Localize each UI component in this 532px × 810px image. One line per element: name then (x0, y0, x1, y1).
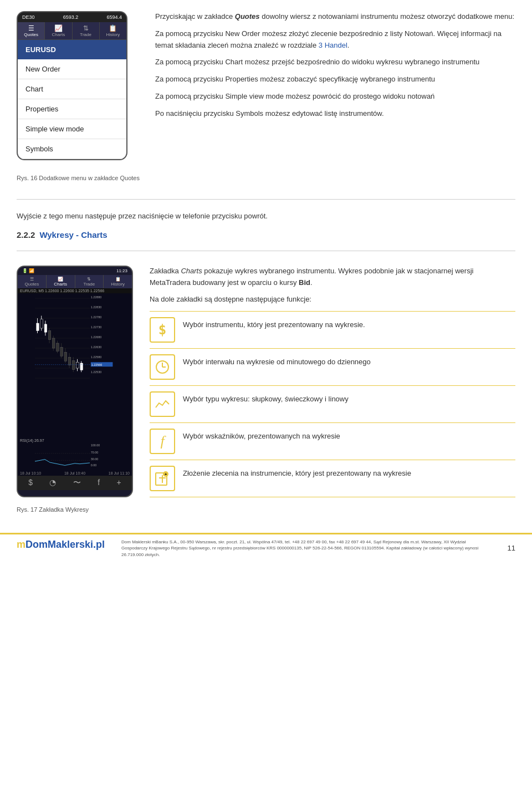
phone-mockup-quotes: DE30 6593.2 6594.4 ☰ Quotes 📈 Charts (17, 11, 127, 160)
chart-nav-history-label: History (111, 282, 125, 287)
charts-tab-icon: 📈 (46, 24, 70, 32)
history-tab-label: History (106, 32, 120, 37)
chart-nav-charts-label: Charts (54, 282, 67, 287)
svg-rect-26 (48, 330, 51, 339)
history-tab-icon: 📋 (101, 24, 125, 32)
time-label-1: 18 Jul 10:10 (20, 471, 41, 475)
phone-tab-quotes[interactable]: ☰ Quotes (18, 22, 45, 39)
chart-nav-history-icon: 📋 (115, 277, 121, 282)
chart-nav-trade[interactable]: ⇅ Trade (75, 275, 104, 288)
chart-nav-trade-label: Trade (84, 282, 95, 287)
feature-text-instrument: Wybór instrumentu, który jest prezentowa… (183, 317, 365, 330)
chart-icon-order[interactable]: + (117, 478, 121, 488)
svg-text:1.22680: 1.22680 (91, 335, 101, 339)
intro-text-1: Przyciskając w zakładce (155, 12, 235, 21)
svg-text:+: + (165, 472, 167, 477)
page-content: DE30 6593.2 6594.4 ☰ Quotes 📈 Charts (0, 0, 532, 562)
footer-logo-m: m (17, 539, 25, 550)
svg-rect-32 (60, 347, 63, 356)
simple-view-desc-paragraph: Za pomocą przycisku Simple view mode moż… (155, 91, 515, 103)
figure-caption-1: Rys. 16 Dodatkowe menu w zakładce Quotes (17, 175, 532, 181)
chart-desc-1: Zakładka (150, 267, 181, 275)
menu-item-simple-view[interactable]: Simple view mode (18, 119, 126, 139)
svg-rect-22 (40, 319, 43, 328)
time-label-3: 18 Jul 11:10 (109, 471, 130, 475)
page-footer: mDomMaklerski.pl Dom Maklerski mBanku S.… (0, 533, 532, 562)
candlestick-svg: 1.22880 1.22830 1.22780 1.22730 1.22680 … (18, 293, 132, 393)
phone-tab-charts[interactable]: 📈 Charts (45, 22, 72, 39)
symbols-desc: Po naciśnięciu przycisku Symbols możesz … (155, 109, 384, 118)
section-number: 2.2.2 (17, 230, 35, 240)
footer-page-number: 11 (508, 544, 515, 552)
phone-tab-history[interactable]: 📋 History (100, 22, 126, 39)
chart-nav-quotes[interactable]: ☰ Quotes (18, 275, 47, 288)
time-label-2: 18 Jul 10:40 (64, 471, 85, 475)
currency-icon: $ (150, 317, 175, 343)
svg-text:1.22530: 1.22530 (91, 370, 101, 374)
phone-tab-trade[interactable]: ⇅ Trade (73, 22, 100, 39)
trade-tab-label: Trade (80, 32, 91, 37)
menu-item-chart[interactable]: Chart (18, 79, 126, 99)
chart-phone-nav: ☰ Quotes 📈 Charts ⇅ Trade 📋 History (18, 275, 132, 288)
right-column: Przyciskając w zakładce Quotes dowolny w… (155, 11, 515, 166)
chart-nav-charts[interactable]: 📈 Charts (47, 275, 75, 288)
chart-icon-instrument[interactable]: $ (28, 478, 33, 488)
quotes-tab-icon: ☰ (19, 24, 43, 32)
menu-item-properties[interactable]: Properties (18, 99, 126, 119)
chart-icon-indicators[interactable]: f (98, 478, 100, 488)
chart-bottom-icons: $ ◔ 〜 f + (18, 476, 132, 490)
function-icon: f (150, 429, 175, 454)
de30-label: DE30 (22, 14, 35, 20)
footer-logo: mDomMaklerski.pl (17, 539, 105, 551)
chart-icon-type[interactable]: 〜 (73, 478, 81, 488)
chart-status-bar: 🔋 📶 11:23 (18, 267, 132, 275)
menu-item-new-order[interactable]: New Order (18, 59, 126, 79)
svg-rect-36 (68, 357, 71, 365)
svg-text:0.00: 0.00 (91, 463, 96, 467)
figure-caption-2: Rys. 17 Zakładka Wykresy (17, 506, 532, 513)
feature-text-interval: Wybór interwału na wykresie od minutoweg… (183, 354, 371, 368)
exit-text: Wyjście z tego menu następuje przez naci… (17, 212, 268, 220)
feature-text-charttype: Wybór typu wykresu: słupkowy, świeczkowy… (183, 391, 349, 405)
features-intro: Na dole zakładki są dostępne następujące… (150, 295, 311, 303)
chart-nav-quotes-label: Quotes (24, 282, 39, 287)
chart-nav-history[interactable]: 📋 History (104, 275, 132, 288)
feature-item-order: + Złożenie zlecenia na instrumencie, któ… (150, 460, 515, 497)
chart-icon-interval[interactable]: ◔ (49, 478, 56, 488)
trade-tab-icon: ⇅ (74, 24, 98, 32)
chart-rsi-area: RSI(14) 26.97 100.00 70.00 30.00 0.00 (18, 437, 132, 471)
handel-link[interactable]: 3 Handel (319, 41, 347, 49)
exit-text-block: Wyjście z tego menu następuje przez naci… (0, 208, 532, 228)
feature-item-indicators: f Wybór wskaźników, prezentowanych na wy… (150, 422, 515, 460)
intro-paragraph: Przyciskając w zakładce Quotes dowolny w… (155, 11, 515, 23)
intro-text-block: Przyciskając w zakładce Quotes dowolny w… (155, 11, 515, 120)
svg-rect-42 (80, 363, 83, 370)
chart-type-icon (150, 391, 175, 417)
chart-desc-end: . (310, 278, 313, 287)
svg-text:70.00: 70.00 (91, 451, 98, 454)
svg-rect-38 (73, 360, 75, 369)
chart-header-info: EURUSD, M5 1.22600 1.22600 1.22535 1.225… (18, 288, 132, 293)
quotes-tab-label: Quotes (24, 32, 38, 37)
section-divider-2 (17, 251, 515, 251)
section-heading-222: 2.2.2 Wykresy - Charts (0, 228, 532, 242)
svg-text:1.22780: 1.22780 (91, 315, 101, 319)
svg-rect-34 (64, 352, 67, 361)
svg-rect-28 (53, 338, 55, 348)
menu-item-symbols[interactable]: Symbols (18, 139, 126, 159)
rsi-label: RSI(14) 26.97 (20, 439, 44, 442)
eurusd-row: EURUSD (18, 40, 126, 59)
add-order-icon: + (150, 466, 175, 491)
chart-main-area: 1.22880 1.22830 1.22780 1.22730 1.22680 … (18, 293, 132, 437)
de30-price2: 6594.4 (106, 14, 122, 20)
section-title: Wykresy - Charts (39, 230, 107, 240)
bottom-section: 🔋 📶 11:23 ☰ Quotes 📈 Charts ⇅ Trade (0, 260, 532, 503)
svg-rect-30 (57, 343, 59, 351)
chart-desc: Za pomocą przycisku Chart możesz przejść… (155, 58, 479, 66)
chart-nav-trade-icon: ⇅ (87, 277, 91, 282)
feature-item-interval: Wybór interwału na wykresie od minutoweg… (150, 348, 515, 385)
chart-status-time: 11:23 (116, 268, 127, 273)
quotes-keyword: Quotes (235, 12, 260, 21)
chart-phone-mockup: 🔋 📶 11:23 ☰ Quotes 📈 Charts ⇅ Trade (17, 266, 133, 497)
new-order-desc-end: . (347, 41, 350, 49)
